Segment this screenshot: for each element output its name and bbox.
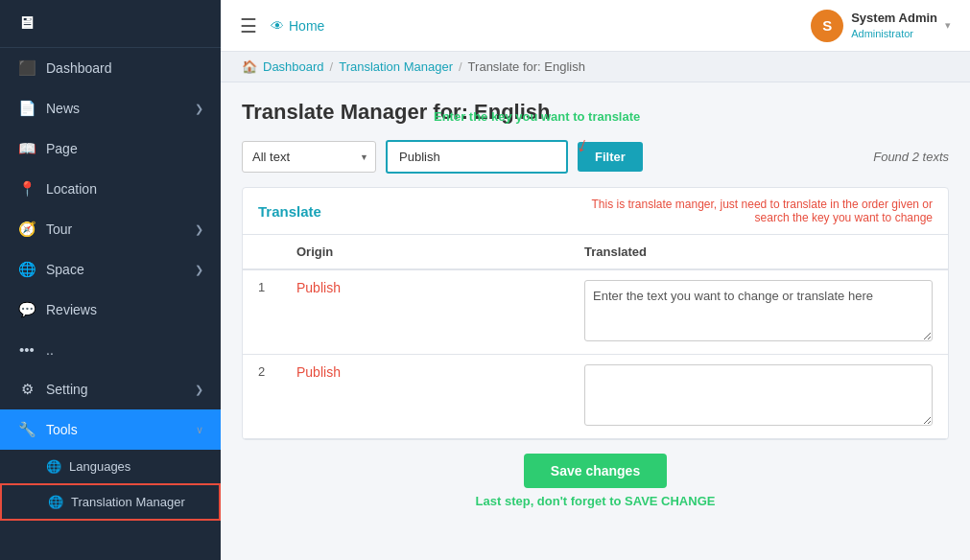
- breadcrumb-sep-2: /: [459, 59, 462, 74]
- topbar: ☰ 👁 Home S System Admin Administrator ▾: [221, 0, 970, 52]
- breadcrumb-translation-manager[interactable]: Translation Manager: [339, 59, 453, 74]
- filter-select-wrapper: All text Translated Untranslated: [242, 141, 376, 173]
- col-num-header: [243, 235, 281, 269]
- chevron-right-icon: ❯: [195, 384, 203, 396]
- sidebar-item-dashboard[interactable]: ⬛ Dashboard: [0, 48, 221, 88]
- sidebar-item-label: ..: [46, 342, 203, 358]
- dashboard-icon: ⬛: [17, 59, 36, 77]
- sidebar-item-label: Reviews: [46, 302, 203, 317]
- content-area: Translate Manager for: English Enter the…: [221, 82, 970, 560]
- globe-icon: 🌐: [48, 495, 63, 509]
- row-2-textarea[interactable]: [584, 364, 933, 426]
- filter-row: Enter the key you want to translate ↓ Al…: [242, 140, 949, 174]
- filter-input[interactable]: [386, 140, 568, 174]
- translate-header: Translate This is translate manger, just…: [243, 188, 948, 235]
- translate-section: Translate This is translate manger, just…: [242, 187, 949, 440]
- news-icon: 📄: [17, 100, 36, 117]
- avatar: S: [811, 10, 843, 42]
- setting-icon: ⚙: [17, 381, 36, 398]
- sidebar-sub-item-translation-manager[interactable]: 🌐 Translation Manager: [0, 483, 221, 521]
- row-2-origin: Publish: [281, 355, 569, 439]
- sidebar-item-dots[interactable]: ••• ..: [0, 330, 221, 369]
- dots-icon: •••: [17, 341, 36, 358]
- sidebar-item-label: Page: [46, 141, 203, 156]
- row-1-num: 1: [243, 269, 281, 355]
- logo-icon: 🖥: [17, 13, 35, 34]
- home-label: Home: [289, 18, 324, 34]
- row-1-textarea[interactable]: Enter the text you want to change or tra…: [584, 280, 933, 341]
- breadcrumb-current: Translate for: English: [468, 59, 585, 74]
- chevron-right-icon: ❯: [195, 223, 203, 236]
- row-2-num: 2: [243, 355, 281, 439]
- save-row: Save changes Last step, don't forget to …: [242, 440, 949, 512]
- location-icon: 📍: [17, 180, 36, 198]
- hamburger-icon[interactable]: ☰: [240, 14, 257, 37]
- space-icon: 🌐: [17, 261, 36, 278]
- save-button[interactable]: Save changes: [524, 454, 667, 488]
- user-info: System Admin Administrator: [851, 11, 937, 40]
- sidebar-item-reviews[interactable]: 💬 Reviews: [0, 290, 221, 330]
- user-menu-chevron[interactable]: ▾: [945, 19, 951, 32]
- table-row: 2 Publish: [243, 355, 948, 439]
- row-1-origin: Publish: [281, 269, 569, 355]
- sidebar-item-label: Tour: [46, 222, 185, 237]
- main-content: ☰ 👁 Home S System Admin Administrator ▾ …: [221, 0, 970, 560]
- sidebar-item-label: Setting: [46, 382, 185, 397]
- breadcrumb: 🏠 Dashboard / Translation Manager / Tran…: [221, 52, 970, 82]
- sidebar-item-label: Dashboard: [46, 60, 203, 76]
- sidebar-logo: 🖥: [0, 0, 221, 48]
- translation-manager-label: Translation Manager: [71, 495, 185, 509]
- sidebar-item-label: Tools: [46, 422, 186, 437]
- globe-icon: 🌐: [46, 459, 61, 474]
- tour-icon: 🧭: [17, 221, 36, 238]
- sidebar-item-page[interactable]: 📖 Page: [0, 128, 221, 169]
- tools-icon: 🔧: [17, 421, 36, 438]
- languages-label: Languages: [69, 459, 130, 474]
- topbar-right: S System Admin Administrator ▾: [811, 10, 951, 42]
- topbar-left: ☰ 👁 Home: [240, 14, 324, 37]
- home-breadcrumb-icon: 🏠: [242, 59, 257, 74]
- user-name: System Admin: [851, 11, 937, 27]
- sidebar-item-label: Location: [46, 181, 203, 197]
- table-row: 1 Publish Enter the text you want to cha…: [243, 269, 948, 355]
- found-text: Found 2 texts: [873, 150, 949, 164]
- sidebar-item-label: News: [46, 101, 185, 116]
- translate-section-title: Translate: [258, 203, 321, 220]
- breadcrumb-sep-1: /: [330, 59, 334, 74]
- sidebar-item-tools[interactable]: 🔧 Tools ∨: [0, 409, 221, 450]
- col-origin-header: Origin: [281, 235, 569, 269]
- save-note: Last step, don't forget to SAVE CHANGE: [476, 494, 716, 508]
- translate-table: Origin Translated 1 Publish Enter the te…: [243, 235, 948, 439]
- sidebar: 🖥 ⬛ Dashboard 📄 News ❯ 📖 Page 📍 Location…: [0, 0, 221, 560]
- sidebar-item-location[interactable]: 📍 Location: [0, 169, 221, 209]
- row-2-translated: [569, 355, 948, 439]
- chevron-down-icon: ∨: [196, 424, 203, 436]
- breadcrumb-dashboard[interactable]: Dashboard: [263, 59, 324, 74]
- sidebar-item-tour[interactable]: 🧭 Tour ❯: [0, 209, 221, 249]
- chevron-right-icon: ❯: [195, 103, 203, 115]
- page-icon: 📖: [17, 140, 36, 157]
- sidebar-item-space[interactable]: 🌐 Space ❯: [0, 249, 221, 290]
- user-role: Administrator: [851, 27, 937, 40]
- eye-icon: 👁: [271, 18, 284, 34]
- row-1-translated: Enter the text you want to change or tra…: [569, 269, 948, 355]
- reviews-icon: 💬: [17, 301, 36, 318]
- col-translated-header: Translated: [569, 235, 948, 269]
- home-link[interactable]: 👁 Home: [271, 18, 324, 34]
- sidebar-item-news[interactable]: 📄 News ❯: [0, 88, 221, 128]
- sidebar-sub-item-languages[interactable]: 🌐 Languages: [0, 450, 221, 483]
- annotation-key-hint: Enter the key you want to translate: [434, 109, 640, 124]
- sidebar-item-setting[interactable]: ⚙ Setting ❯: [0, 369, 221, 409]
- sidebar-item-label: Space: [46, 262, 185, 277]
- chevron-right-icon: ❯: [195, 264, 203, 276]
- translate-header-note: This is translate manger, just need to t…: [587, 198, 933, 224]
- filter-select[interactable]: All text Translated Untranslated: [242, 141, 376, 173]
